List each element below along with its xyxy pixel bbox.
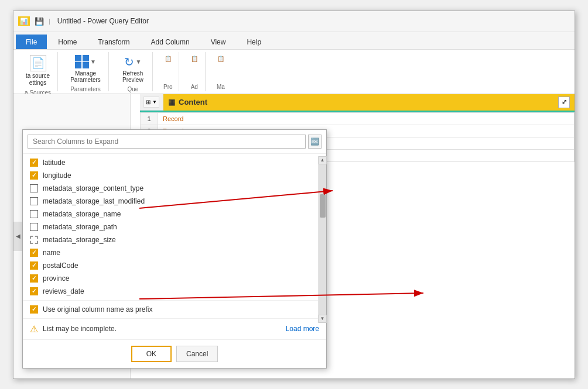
expand-columns-dropdown: 🔤 latitudelongitudemetadata_storage_cont… — [22, 129, 327, 369]
refresh-icon-group: ↻ ▼ — [124, 55, 141, 69]
column-list: latitudelongitudemetadata_storage_conten… — [23, 154, 326, 300]
column-item[interactable]: latitude — [23, 156, 326, 169]
prefix-row: Use original column name as prefix — [23, 300, 326, 318]
column-checkbox[interactable] — [30, 287, 38, 295]
table-type-selector[interactable]: ⊞ ▼ — [143, 97, 159, 108]
tab-addcolumn[interactable]: Add Column — [141, 35, 200, 49]
column-checkbox[interactable] — [30, 236, 38, 244]
title-bar: 📊 💾 | Untitled - Power Query Editor — [13, 11, 575, 32]
ribbon-tabs: File Home Transform Add Column View Help — [13, 32, 575, 50]
warning-text: List may be incomplete. — [43, 325, 117, 333]
column-item[interactable]: metadata_storage_path — [23, 221, 326, 233]
column-item[interactable]: longitude — [23, 169, 326, 182]
ribbon-group-parameters: ▼ ManageParameters Parameters — [63, 52, 109, 91]
tab-transform[interactable]: Transform — [88, 35, 139, 49]
table-header-row: ⊞ ▼ ▦ Content ⤢ — [140, 94, 575, 112]
manage-parameters-button[interactable]: ▼ ManageParameters — [67, 53, 104, 85]
sort-az-button[interactable]: 🔤 — [308, 135, 322, 149]
refresh-label: RefreshPreview — [122, 70, 143, 83]
more1-group-label: Pro — [163, 84, 173, 90]
prefix-checkbox[interactable] — [30, 305, 38, 314]
column-checkbox[interactable] — [30, 261, 38, 270]
refresh-preview-button[interactable]: ↻ ▼ RefreshPreview — [118, 53, 148, 85]
record-value[interactable]: Record — [158, 112, 575, 125]
tab-help[interactable]: Help — [237, 35, 271, 49]
tab-file[interactable]: File — [16, 35, 47, 49]
title-divider: | — [49, 18, 50, 25]
sort-az-icon: 🔤 — [310, 137, 319, 146]
refresh-group-label: Que — [127, 86, 138, 92]
app-icon: 📊 — [18, 16, 30, 26]
column-item[interactable]: reviews_date — [23, 285, 326, 298]
column-item[interactable]: metadata_storage_content_type — [23, 182, 326, 195]
table-selector-arrow: ▼ — [152, 99, 157, 105]
expand-column-button[interactable]: ⤢ — [558, 97, 570, 108]
more3-group-label: Ma — [217, 84, 225, 90]
load-more-link[interactable]: Load more — [286, 325, 319, 333]
ribbon-group-more1: 📋 Pro — [158, 52, 179, 91]
prefix-label: Use original column name as prefix — [43, 305, 152, 314]
refresh-dropdown-arrow: ▼ — [135, 58, 141, 65]
column-name: name — [43, 249, 60, 257]
scroll-thumb[interactable] — [320, 194, 326, 218]
row-number: 1 — [141, 112, 158, 125]
column-name: province — [43, 274, 69, 283]
ribbon-group-more3: 📋 Ma — [210, 52, 231, 91]
column-item[interactable]: postalCode — [23, 259, 326, 272]
column-item[interactable]: metadata_storage_name — [23, 208, 326, 221]
list-scrollbar[interactable]: ▲ ▼ — [318, 156, 326, 323]
main-window: 📊 💾 | Untitled - Power Query Editor File… — [13, 11, 575, 379]
tab-view[interactable]: View — [201, 35, 236, 49]
scroll-down-button[interactable]: ▼ — [319, 315, 327, 323]
content-column-label: Content — [179, 98, 207, 106]
warning-row: ⚠ List may be incomplete. Load more — [23, 318, 326, 339]
warning-icon: ⚠ — [30, 323, 38, 335]
ribbon-group-refresh: ↻ ▼ RefreshPreview Que — [114, 52, 153, 91]
column-checkbox[interactable] — [30, 274, 38, 283]
more2-label: 📋 — [189, 53, 200, 64]
column-item[interactable]: name — [23, 246, 326, 259]
save-icon[interactable]: 💾 — [35, 17, 44, 26]
window-title: Untitled - Power Query Editor — [57, 17, 149, 25]
more1-label: 📋 — [162, 53, 174, 64]
ribbon-group-more2: 📋 Ad — [184, 52, 206, 91]
ribbon-group-datasource: 📄 ta sourceettings a Sources — [18, 52, 58, 91]
button-row: OK Cancel — [23, 339, 326, 368]
table-rownumber-header: ⊞ ▼ — [140, 94, 163, 111]
column-checkbox[interactable] — [30, 197, 38, 205]
params-icon-group: ▼ — [75, 55, 96, 69]
params-grid-icon — [75, 55, 89, 69]
datasource-settings-button[interactable]: 📄 ta sourceettings — [23, 53, 53, 88]
column-item[interactable]: metadata_storage_last_modified — [23, 195, 326, 208]
column-checkbox[interactable] — [30, 184, 38, 192]
column-item[interactable]: metadata_storage_size — [23, 233, 326, 246]
datasource-label: ta sourceettings — [26, 73, 50, 87]
search-row: 🔤 — [23, 130, 326, 154]
params-dropdown-arrow: ▼ — [90, 58, 96, 65]
params-label: ManageParameters — [70, 70, 101, 83]
column-name: metadata_storage_last_modified — [43, 197, 145, 205]
column-name: metadata_storage_path — [43, 223, 117, 231]
ok-button[interactable]: OK — [131, 346, 172, 362]
cancel-button[interactable]: Cancel — [176, 346, 218, 362]
column-name: longitude — [43, 171, 71, 180]
column-name: metadata_storage_size — [43, 236, 116, 244]
search-columns-input[interactable] — [28, 135, 306, 149]
scroll-up-button[interactable]: ▲ — [319, 156, 327, 164]
content-column-header: ▦ Content ⤢ — [163, 94, 575, 111]
column-name: reviews_date — [43, 287, 84, 295]
column-checkbox[interactable] — [30, 159, 38, 167]
column-checkbox[interactable] — [30, 210, 38, 218]
tab-home[interactable]: Home — [48, 35, 87, 49]
column-checkbox[interactable] — [30, 171, 38, 180]
datasource-group-label: a Sources — [25, 89, 51, 94]
table-row: 1Record — [141, 112, 575, 125]
column-checkbox[interactable] — [30, 223, 38, 231]
column-item[interactable]: province — [23, 272, 326, 285]
content-table-icon: ▦ — [168, 98, 175, 106]
main-content-area: ◀ ⊞ ▼ ▦ Content ⤢ — [13, 94, 575, 378]
refresh-arrow-icon: ↻ — [124, 55, 134, 69]
table-icon: ⊞ — [146, 99, 151, 105]
column-checkbox[interactable] — [30, 249, 38, 257]
params-group-label: Parameters — [70, 86, 101, 92]
